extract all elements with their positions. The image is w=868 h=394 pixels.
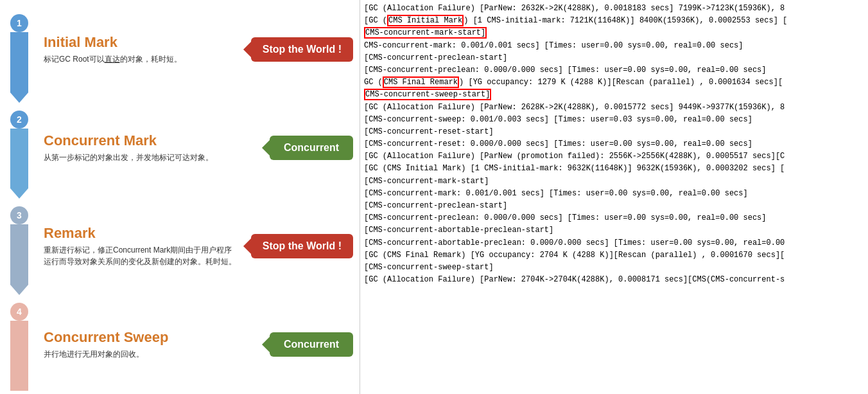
- phase-badge-4: Concurrent: [270, 332, 353, 357]
- badge-arrow-4: [262, 337, 270, 352]
- log-line: GC (CMS Final Remark) [YG occupancy: 127…: [364, 76, 864, 89]
- badge-label-4: Concurrent: [284, 339, 339, 350]
- phase-text-3: Remark重新进行标记，修正Concurrent Mark期间由于用户程序运行…: [44, 225, 243, 267]
- log-line: [GC (Allocation Failure) [ParNew: 2632K-…: [364, 3, 864, 15]
- log-line: [GC (CMS Initial Mark) [1 CMS-initial-ma…: [364, 15, 864, 27]
- arrow-point-1: [10, 93, 28, 103]
- badge-label-3: Stop the World !: [263, 240, 342, 251]
- log-line: [GC (CMS Final Remark) [YG occupancy: 27…: [364, 249, 864, 262]
- log-line: [GC (Allocation Failure) [ParNew (promot…: [364, 150, 864, 163]
- phase-desc-2: 从第一步标记的对象出发，并发地标记可达对象。: [44, 152, 262, 163]
- log-line: [GC (Allocation Failure) [ParNew: 2704K-…: [364, 274, 864, 286]
- phase-text-4: Concurrent Sweep并行地进行无用对象的回收。: [44, 329, 262, 360]
- arrow-column: 1234: [0, 0, 39, 394]
- log-line: CMS-concurrent-mark: 0.001/0.001 secs] […: [364, 40, 864, 52]
- phase-block-2: Concurrent Mark从第一步标记的对象出发，并发地标记可达对象。Con…: [39, 98, 360, 197]
- log-line: CMS-concurrent-mark-start]: [364, 27, 864, 39]
- arrow-seg-4: 4: [10, 295, 28, 391]
- phase-block-4: Concurrent Sweep并行地进行无用对象的回收。Concurrent: [39, 296, 360, 394]
- phase-title-3: Remark: [44, 225, 243, 242]
- arrow-seg-2: 2: [10, 103, 28, 199]
- log-line: [GC (Allocation Failure) [ParNew: 2628K-…: [364, 102, 864, 114]
- phase-desc-3: 重新进行标记，修正Concurrent Mark期间由于用户程序运行而导致对象关…: [44, 244, 243, 267]
- log-line: [CMS-concurrent-abortable-preclean: 0.00…: [364, 237, 864, 249]
- phase-row-2: Concurrent Mark从第一步标记的对象出发，并发地标记可达对象。Con…: [44, 132, 360, 163]
- arrow-body-2: [10, 129, 28, 189]
- phase-content: Initial Mark标记GC Root可以直达的对象，耗时短。Stop th…: [39, 0, 360, 394]
- right-panel[interactable]: [GC (Allocation Failure) [ParNew: 2632K-…: [360, 0, 868, 394]
- phase-row-1: Initial Mark标记GC Root可以直达的对象，耗时短。Stop th…: [44, 34, 360, 65]
- phase-row-3: Remark重新进行标记，修正Concurrent Mark期间由于用户程序运行…: [44, 225, 360, 267]
- left-panel: 1234 Initial Mark标记GC Root可以直达的对象，耗时短。St…: [0, 0, 360, 394]
- phase-text-2: Concurrent Mark从第一步标记的对象出发，并发地标记可达对象。: [44, 132, 262, 163]
- log-line: CMS-concurrent-sweep-start]: [364, 89, 864, 101]
- phase-block-1: Initial Mark标记GC Root可以直达的对象，耗时短。Stop th…: [39, 0, 360, 98]
- log-line: [CMS-concurrent-reset: 0.000/0.000 secs]…: [364, 138, 864, 150]
- phase-badge-3: Stop the World !: [251, 234, 353, 258]
- log-line: [CMS-concurrent-preclean-start]: [364, 52, 864, 64]
- arrow-body-1: [10, 32, 28, 93]
- log-line: [CMS-concurrent-abortable-preclean-start…: [364, 224, 864, 237]
- log-line: [CMS-concurrent-mark: 0.001/0.001 secs] …: [364, 188, 864, 200]
- log-line: [GC (CMS Initial Mark) [1 CMS-initial-ma…: [364, 163, 864, 175]
- phase-title-4: Concurrent Sweep: [44, 329, 262, 346]
- phase-desc-4: 并行地进行无用对象的回收。: [44, 348, 262, 360]
- arrow-body-4: [10, 321, 28, 391]
- phase-block-3: Remark重新进行标记，修正Concurrent Mark期间由于用户程序运行…: [39, 197, 360, 296]
- arrow-point-3: [10, 285, 28, 295]
- arrow-seg-1: 1: [10, 6, 28, 103]
- log-line: [CMS-concurrent-preclean: 0.000/0.000 se…: [364, 64, 864, 76]
- log-line: [CMS-concurrent-preclean: 0.000/0.000 se…: [364, 212, 864, 224]
- phase-badge-1: Stop the World !: [251, 37, 353, 62]
- phase-title-1: Initial Mark: [44, 34, 243, 51]
- phase-badge-2: Concurrent: [270, 136, 353, 160]
- log-line: [CMS-concurrent-mark-start]: [364, 175, 864, 188]
- step-number-4: 4: [10, 303, 28, 321]
- phase-desc-1: 标记GC Root可以直达的对象，耗时短。: [44, 53, 243, 65]
- badge-arrow-2: [262, 140, 270, 156]
- arrow-seg-3: 3: [10, 199, 28, 295]
- step-number-2: 2: [10, 111, 28, 129]
- log-line: [CMS-concurrent-reset-start]: [364, 126, 864, 138]
- badge-label-2: Concurrent: [284, 142, 339, 153]
- step-number-1: 1: [10, 14, 28, 32]
- log-line: [CMS-concurrent-sweep: 0.001/0.003 secs]…: [364, 114, 864, 126]
- badge-label-1: Stop the World !: [263, 44, 342, 55]
- arrow-point-2: [10, 188, 28, 199]
- phase-row-4: Concurrent Sweep并行地进行无用对象的回收。Concurrent: [44, 329, 360, 360]
- badge-arrow-1: [243, 42, 251, 57]
- arrow-body-3: [10, 224, 28, 285]
- badge-arrow-3: [243, 238, 251, 254]
- step-number-3: 3: [10, 206, 28, 224]
- log-line: [CMS-concurrent-preclean-start]: [364, 200, 864, 212]
- phase-title-2: Concurrent Mark: [44, 132, 262, 149]
- phase-text-1: Initial Mark标记GC Root可以直达的对象，耗时短。: [44, 34, 243, 65]
- log-line: [CMS-concurrent-sweep-start]: [364, 262, 864, 274]
